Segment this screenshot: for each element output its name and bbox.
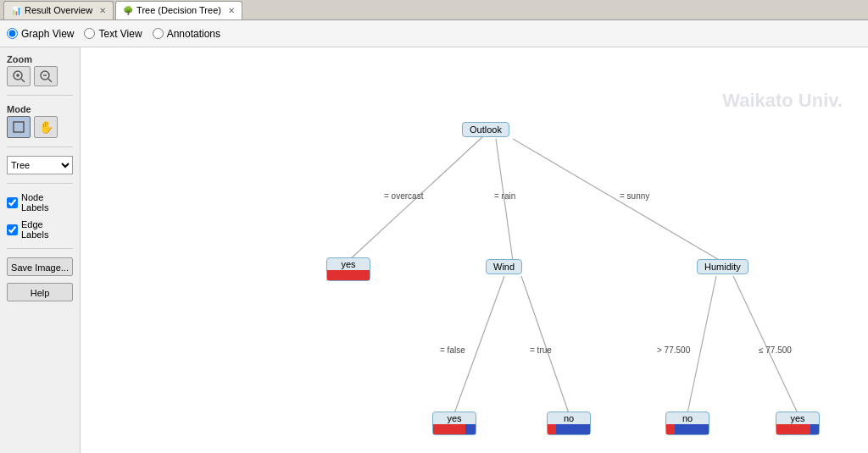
svg-line-13: [687, 276, 716, 413]
tab-bar: 📊 Result Overview ✕ 🌳 Tree (Decision Tre…: [0, 0, 868, 20]
edge-label-rain: = rain: [494, 191, 515, 201]
edge-label-overcast: = overcast: [384, 191, 423, 201]
edge-labels-checkbox[interactable]: [7, 224, 18, 235]
mode-label: Mode: [7, 104, 73, 114]
edge-label-gt77: > 77.500: [657, 345, 690, 355]
node-yes1[interactable]: yes: [326, 257, 370, 281]
svg-rect-7: [14, 122, 24, 132]
text-view-label: Text View: [98, 28, 142, 40]
edge-label-false: = false: [440, 345, 465, 355]
svg-line-6: [48, 79, 52, 82]
edge-labels-checkbox-label[interactable]: Edge Labels: [7, 219, 73, 240]
node-yes1-bar: [327, 270, 370, 280]
node-humidity[interactable]: Humidity: [697, 259, 748, 274]
svg-line-12: [521, 276, 569, 413]
edge-label-true: = true: [530, 345, 552, 355]
tab-result-overview-close[interactable]: ✕: [99, 6, 106, 15]
result-overview-icon: 📊: [11, 6, 21, 15]
mode-section: Mode ✋: [7, 104, 73, 138]
tab-tree-close[interactable]: ✕: [228, 6, 235, 15]
zoom-section: Zoom: [7, 54, 73, 86]
node-yes3-label: yes: [776, 412, 819, 424]
view-radio-group: Graph View Text View Annotations: [7, 28, 220, 40]
edge-label-sunny: = sunny: [620, 191, 649, 201]
node-yes1-bar-red: [327, 270, 370, 280]
tab-result-overview[interactable]: 📊 Result Overview ✕: [3, 1, 114, 19]
graph-view-radio[interactable]: [7, 28, 18, 39]
node-no2-bar-red: [666, 424, 675, 434]
svg-line-14: [733, 276, 798, 413]
node-yes3[interactable]: yes: [776, 412, 820, 435]
node-yes2-bar: [433, 424, 476, 434]
node-no1-label: no: [548, 412, 590, 424]
edge-labels-text: Edge Labels: [21, 219, 73, 240]
node-labels-checkbox-label[interactable]: Node Labels: [7, 192, 73, 213]
tree-tab-icon: 🌳: [123, 6, 133, 15]
main-layout: Zoom: [0, 47, 868, 453]
tree-canvas[interactable]: Waikato Univ. Outlook = overcast = rain …: [81, 47, 868, 453]
node-no1[interactable]: no: [547, 412, 591, 435]
svg-line-3: [21, 79, 25, 82]
node-yes2-bar-blue: [465, 424, 476, 434]
save-image-button[interactable]: Save Image...: [7, 257, 73, 276]
layout-select[interactable]: Tree: [7, 156, 73, 174]
node-yes2-bar-red: [433, 424, 465, 434]
tab-tree[interactable]: 🌳 Tree (Decision Tree) ✕: [115, 1, 242, 19]
node-no1-bar-blue: [556, 424, 590, 434]
node-humidity-label: Humidity: [704, 262, 741, 272]
sidebar: Zoom: [0, 47, 81, 453]
node-wind[interactable]: Wind: [486, 259, 522, 274]
node-yes1-label: yes: [327, 258, 370, 270]
annotations-label: Annotations: [167, 28, 220, 40]
node-outlook-label: Outlook: [470, 124, 502, 135]
zoom-out-button[interactable]: [34, 66, 58, 86]
zoom-in-button[interactable]: [7, 66, 31, 86]
annotations-option[interactable]: Annotations: [153, 28, 220, 40]
tab-tree-label: Tree (Decision Tree): [136, 5, 221, 15]
graph-view-label: Graph View: [21, 28, 74, 40]
node-no2[interactable]: no: [665, 412, 709, 435]
toolbar: Graph View Text View Annotations: [0, 20, 868, 47]
edge-label-lte77: ≤ 77.500: [759, 345, 792, 355]
text-view-option[interactable]: Text View: [84, 28, 142, 40]
node-labels-text: Node Labels: [21, 192, 73, 213]
annotations-radio[interactable]: [153, 28, 164, 39]
node-no2-bar-blue: [675, 424, 709, 434]
node-no1-bar-red: [548, 424, 556, 434]
mode-buttons: ✋: [7, 116, 73, 138]
node-yes3-bar-red: [776, 424, 810, 434]
graph-view-option[interactable]: Graph View: [7, 28, 74, 40]
zoom-buttons: [7, 66, 73, 86]
tab-result-overview-label: Result Overview: [25, 5, 92, 15]
node-no2-bar: [666, 424, 709, 434]
node-wind-label: Wind: [493, 262, 515, 272]
select-mode-button[interactable]: [7, 116, 31, 138]
node-yes3-bar: [776, 424, 819, 434]
text-view-radio[interactable]: [84, 28, 95, 39]
node-yes2-label: yes: [433, 412, 476, 424]
node-no1-bar: [548, 424, 590, 434]
svg-line-11: [454, 276, 504, 413]
node-yes2[interactable]: yes: [432, 412, 476, 435]
tree-edges-svg: [81, 47, 868, 453]
help-button[interactable]: Help: [7, 283, 73, 301]
node-yes3-bar-blue: [810, 424, 819, 434]
node-outlook[interactable]: Outlook: [462, 122, 509, 137]
pan-mode-button[interactable]: ✋: [34, 116, 58, 138]
node-labels-checkbox[interactable]: [7, 197, 18, 208]
svg-line-10: [513, 139, 721, 261]
node-no2-label: no: [666, 412, 709, 424]
zoom-label: Zoom: [7, 54, 73, 64]
